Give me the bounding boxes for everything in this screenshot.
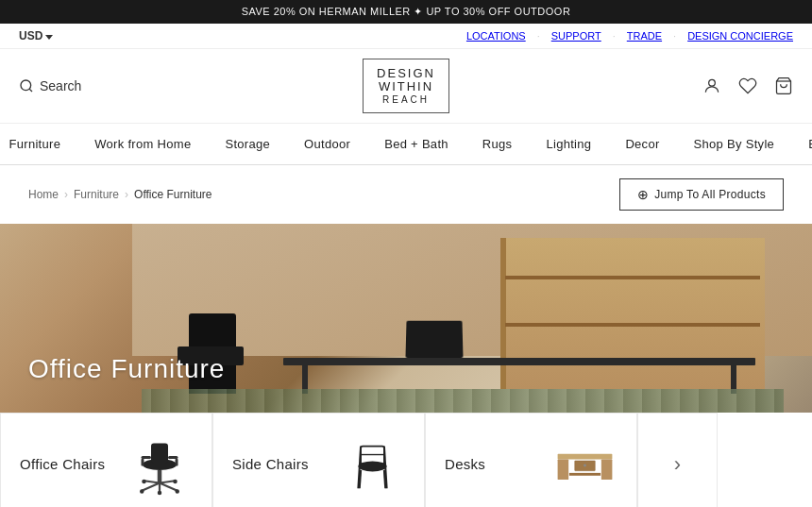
- sep2: ·: [613, 30, 616, 42]
- category-card-side-chairs[interactable]: Side Chairs: [212, 413, 425, 507]
- search-area[interactable]: Search: [19, 78, 170, 93]
- locations-link[interactable]: LOCATIONS: [466, 30, 526, 42]
- site-header: Search DESIGN WITHIN REACH: [0, 49, 812, 124]
- category-card-office-chairs[interactable]: Office Chairs: [0, 413, 212, 507]
- svg-rect-35: [568, 473, 600, 476]
- svg-point-13: [176, 489, 180, 494]
- category-label-desks: Desks: [445, 456, 485, 472]
- svg-point-14: [142, 479, 146, 483]
- cart-icon[interactable]: [774, 76, 793, 95]
- top-nav-links: LOCATIONS · SUPPORT · TRADE · DESIGN CON…: [466, 30, 793, 42]
- search-label: Search: [40, 78, 81, 93]
- currency-selector[interactable]: USD: [19, 29, 53, 42]
- hero-shelf1: [505, 276, 760, 279]
- svg-rect-19: [142, 459, 144, 466]
- chevron-down-icon: [45, 35, 53, 40]
- breadcrumb-current: Office Furniture: [134, 188, 211, 201]
- currency-label: USD: [19, 29, 42, 42]
- svg-line-1: [29, 89, 32, 92]
- hero-section: Office Furniture: [0, 224, 812, 413]
- jump-button-label: Jump To All Products: [654, 188, 766, 201]
- category-label-side-chairs: Side Chairs: [232, 456, 309, 472]
- svg-rect-6: [158, 470, 162, 483]
- main-nav: New Arrivals Furniture Work from Home St…: [0, 124, 812, 165]
- svg-rect-20: [176, 459, 178, 466]
- svg-point-0: [21, 80, 31, 91]
- design-concierge-link[interactable]: DESIGN CONCIERGE: [687, 30, 793, 42]
- nav-work-from-home[interactable]: Work from Home: [77, 124, 208, 164]
- sep1: ·: [537, 30, 540, 42]
- svg-point-23: [358, 462, 386, 472]
- category-card-more[interactable]: ›: [637, 413, 718, 507]
- office-chair-icon: [127, 431, 193, 498]
- nav-rugs[interactable]: Rugs: [465, 124, 530, 164]
- jump-to-products-button[interactable]: ⊕ Jump To All Products: [619, 178, 784, 211]
- support-link[interactable]: SUPPORT: [551, 30, 601, 42]
- svg-point-34: [584, 465, 586, 467]
- desk-icon: [551, 431, 617, 498]
- hero-rug: [142, 389, 784, 413]
- site-logo[interactable]: DESIGN WITHIN REACH: [363, 59, 449, 113]
- breadcrumb-sep2: ›: [125, 188, 128, 201]
- svg-line-29: [383, 470, 384, 488]
- banner-text: SAVE 20% ON HERMAN MILLER ✦ UP TO 30% OF…: [242, 6, 571, 17]
- svg-line-10: [160, 481, 176, 482]
- more-icon: ›: [674, 452, 681, 477]
- nav-shop-by-style[interactable]: Shop By Style: [677, 124, 792, 164]
- sep3: ·: [673, 30, 676, 42]
- hero-laptop: [405, 320, 463, 357]
- svg-rect-5: [151, 443, 168, 463]
- hero-shelf2: [505, 323, 760, 327]
- category-row: Office Chairs: [0, 413, 812, 507]
- svg-rect-32: [601, 460, 612, 481]
- category-card-desks[interactable]: Desks: [425, 413, 637, 507]
- logo-line1: DESIGN: [377, 67, 435, 80]
- logo-line3: REACH: [377, 94, 435, 105]
- svg-line-8: [160, 482, 178, 490]
- wishlist-icon[interactable]: [738, 76, 757, 95]
- svg-point-12: [140, 489, 144, 494]
- nav-decor[interactable]: Decor: [608, 124, 676, 164]
- svg-rect-17: [142, 456, 152, 459]
- side-chair-icon: [339, 431, 405, 498]
- svg-rect-30: [557, 454, 612, 460]
- nav-storage[interactable]: Storage: [208, 124, 287, 164]
- account-icon[interactable]: [702, 76, 721, 95]
- nav-brands[interactable]: Brands: [791, 124, 812, 164]
- hero-shelf-unit: [500, 238, 765, 389]
- svg-line-28: [359, 470, 360, 488]
- hero-title: Office Furniture: [28, 354, 225, 384]
- svg-line-9: [144, 481, 161, 482]
- svg-rect-18: [168, 456, 178, 459]
- breadcrumb-bar: Home › Furniture › Office Furniture ⊕ Ju…: [0, 165, 812, 224]
- svg-line-7: [142, 482, 160, 490]
- category-label-office-chairs: Office Chairs: [20, 456, 105, 472]
- promo-banner: SAVE 20% ON HERMAN MILLER ✦ UP TO 30% OF…: [0, 0, 812, 24]
- trade-link[interactable]: TRADE: [627, 30, 662, 42]
- nav-outdoor[interactable]: Outdoor: [287, 124, 367, 164]
- top-nav: USD LOCATIONS · SUPPORT · TRADE · DESIGN…: [0, 24, 812, 49]
- breadcrumb-home[interactable]: Home: [28, 188, 59, 201]
- nav-lighting[interactable]: Lighting: [529, 124, 608, 164]
- jump-icon: ⊕: [637, 187, 649, 202]
- header-icons: [642, 76, 793, 95]
- search-icon: [19, 78, 34, 93]
- nav-bed-bath[interactable]: Bed + Bath: [367, 124, 465, 164]
- nav-furniture[interactable]: Furniture: [0, 124, 77, 164]
- breadcrumb: Home › Furniture › Office Furniture: [28, 188, 212, 201]
- logo-line2: WITHIN: [377, 80, 435, 93]
- breadcrumb-sep1: ›: [64, 188, 68, 201]
- svg-rect-31: [557, 460, 568, 481]
- hero-desk-surface: [283, 358, 755, 365]
- svg-point-15: [173, 479, 178, 483]
- breadcrumb-furniture[interactable]: Furniture: [74, 188, 119, 201]
- svg-point-16: [158, 490, 162, 495]
- svg-point-2: [709, 79, 716, 86]
